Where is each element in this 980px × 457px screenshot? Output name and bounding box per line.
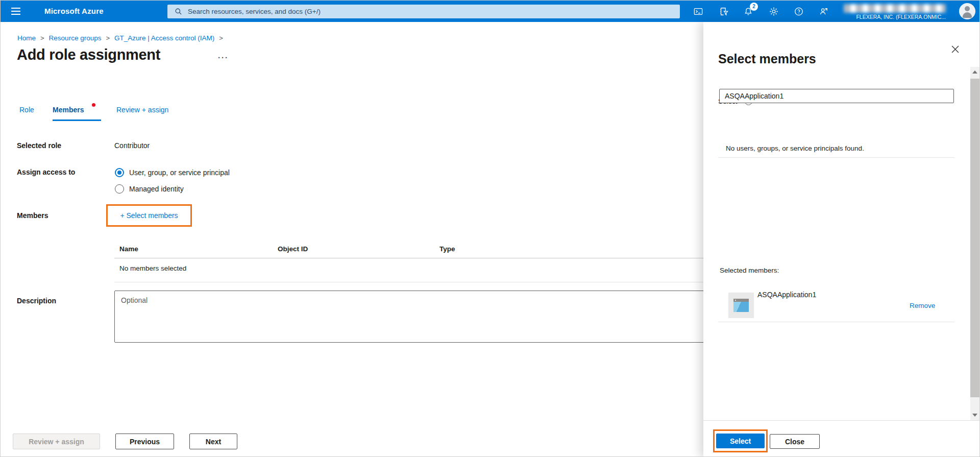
member-row-divider [718, 322, 954, 322]
more-options-icon[interactable]: ··· [215, 53, 232, 62]
breadcrumb-access-control[interactable]: GT_Azure | Access control (IAM) [114, 34, 214, 42]
select-members-button[interactable]: + Select members [120, 211, 178, 220]
directory-label: FLEXERA, INC. (FLEXERA.ONMIC... [844, 14, 946, 20]
member-search-input[interactable] [719, 89, 954, 103]
radio-label: User, group, or service principal [129, 169, 230, 177]
active-tab-underline [53, 119, 101, 121]
results-divider [718, 157, 954, 158]
avatar[interactable] [959, 3, 975, 19]
account-name-redacted [844, 4, 946, 13]
breadcrumb-separator: > [106, 34, 110, 42]
global-search [167, 5, 680, 18]
description-label: Description [17, 297, 56, 305]
notification-badge: 2 [750, 3, 758, 11]
table-empty-text: No members selected [119, 264, 186, 272]
selected-member-name: ASQAApplication1 [757, 291, 816, 299]
radio-selected-icon [115, 168, 124, 177]
selected-members-label: Selected members: [720, 267, 779, 274]
previous-button[interactable]: Previous [115, 434, 174, 449]
azure-portal-page: Microsoft Azure 2 FLEXERA, INC. (FLEXERA… [0, 0, 980, 457]
radio-label: Managed identity [129, 185, 184, 193]
tab-review-assign[interactable]: Review + assign [116, 106, 168, 114]
next-button[interactable]: Next [189, 434, 237, 449]
breadcrumb: Home > Resource groups > GT_Azure | Acce… [17, 34, 223, 42]
unsaved-dot [92, 103, 95, 107]
panel-close-button[interactable]: Close [770, 434, 820, 449]
brand-logo[interactable]: Microsoft Azure [44, 1, 104, 22]
assign-access-label: Assign access to [17, 168, 75, 176]
feedback-icon[interactable] [816, 4, 831, 19]
breadcrumb-resource-groups[interactable]: Resource groups [49, 34, 102, 42]
column-header-name: Name [119, 245, 138, 253]
panel-select-button[interactable]: Select [716, 434, 765, 448]
selected-role-value: Contributor [114, 141, 150, 150]
breadcrumb-separator: > [40, 34, 44, 42]
remove-member-link[interactable]: Remove [910, 302, 935, 309]
search-input[interactable] [187, 7, 680, 16]
table-header-divider [114, 258, 746, 258]
page-title: Add role assignment [17, 46, 160, 63]
members-label: Members [17, 211, 48, 220]
notifications-icon[interactable]: 2 [741, 4, 756, 19]
close-icon[interactable] [947, 41, 963, 57]
application-icon [728, 293, 754, 318]
panel-footer-divider [703, 420, 980, 421]
column-header-type: Type [439, 245, 455, 253]
search-icon [175, 8, 182, 15]
directory-filter-icon[interactable] [716, 4, 731, 19]
tab-members[interactable]: Members [53, 106, 84, 114]
tab-role[interactable]: Role [19, 106, 34, 114]
scroll-down-icon[interactable] [970, 410, 979, 420]
radio-unselected-icon [115, 184, 124, 194]
description-textarea[interactable] [114, 291, 745, 343]
account-info[interactable]: FLEXERA, INC. (FLEXERA.ONMIC... [844, 3, 946, 21]
radio-user-group-service-principal[interactable]: User, group, or service principal [115, 167, 230, 178]
highlight-box-select-members: + Select members [106, 204, 192, 227]
panel-scrollbar[interactable] [970, 67, 979, 420]
cloud-shell-icon[interactable] [691, 4, 706, 19]
help-icon[interactable] [791, 4, 806, 19]
table-row-divider [114, 282, 746, 282]
no-results-message: No users, groups, or service principals … [726, 145, 864, 152]
top-bar: Microsoft Azure 2 FLEXERA, INC. (FLEXERA… [1, 1, 980, 22]
column-header-object-id: Object ID [278, 245, 308, 253]
select-members-panel: Select members Select i No users, groups… [703, 22, 980, 457]
scroll-up-icon[interactable] [970, 67, 979, 77]
scrollbar-thumb[interactable] [970, 79, 979, 397]
breadcrumb-separator: > [219, 34, 223, 42]
panel-title: Select members [718, 52, 816, 66]
settings-gear-icon[interactable] [766, 4, 781, 19]
selected-role-label: Selected role [17, 141, 61, 150]
radio-managed-identity[interactable]: Managed identity [115, 184, 184, 194]
review-assign-button[interactable]: Review + assign [13, 434, 100, 449]
breadcrumb-home[interactable]: Home [17, 34, 36, 42]
menu-icon[interactable] [9, 5, 23, 17]
highlight-box-select: Select [713, 429, 768, 452]
